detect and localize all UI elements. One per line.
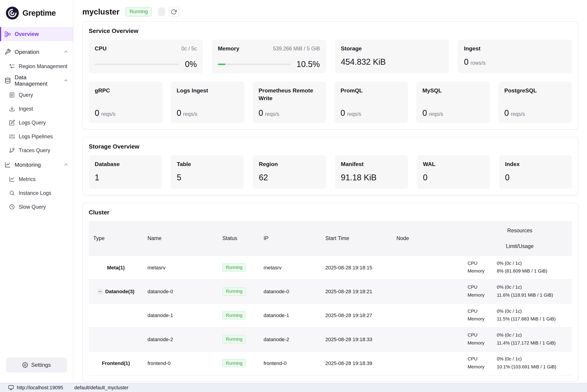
memory-usage: 11.6% (118.91 MiB / 1 GiB) [497,292,572,299]
memory-usage: 10.1% (103.691 MiB / 1 GiB) [497,363,572,371]
rate-value: 0 [258,108,263,118]
column-header-node: Node [392,221,463,255]
status-bar-url: http://localhost:19095 [17,385,63,391]
resource-label: Memory [468,292,497,299]
collapse-toggle[interactable] [97,288,103,294]
sidebar-group-operation[interactable]: Operation [0,44,73,59]
status-badge: Running [126,7,152,16]
rate-label: gRPC [95,86,156,94]
limit-usage-header: Limit/Usage [468,238,572,254]
rate-unit: reqs/s [429,111,443,117]
status-badge: Running [222,335,246,343]
service-overview-card: Service Overview CPU 0c / 5c 0% [82,21,578,130]
node-name: frontend-0 [143,351,218,375]
sidebar-item-label: Region Management [19,63,67,69]
index-stat-tile: Index 0 [499,155,572,189]
rate-value: 0 [504,108,509,118]
sidebar-group-data-management[interactable]: Data Management [0,73,73,88]
table-row-datanode-2: datanode-2 Running datanode-2 2025-08-28… [89,327,572,351]
rate-unit: reqs/s [347,111,361,117]
rate-value: 0 [341,108,345,118]
memory-usage: 11.5% (117.883 MiB / 1 GiB) [497,315,572,323]
cpu-usage: 0% (0c / 1c) [497,284,572,292]
node-node [392,279,463,303]
node-node [392,256,463,279]
rate-label: Prometheus Remote Write [258,86,320,102]
postgresql-rate-tile: PostgreSQL 0reqs/s [498,82,572,123]
resource-label: Memory [468,363,497,371]
sidebar-item-ingest[interactable]: Ingest [0,102,73,116]
rate-label: PostgreSQL [504,86,566,94]
node-start-time: 2025-08-28 19:18:27 [321,303,392,327]
sidebar-item-query[interactable]: Query [0,88,73,102]
sidebar-item-region-management[interactable]: Region Management [0,59,73,73]
node-ip: frontend-0 [259,351,321,375]
node-type: Meta(1) [89,264,143,270]
database-icon [5,77,11,84]
resource-label: Memory [468,267,497,275]
sidebar-item-metrics[interactable]: Metrics [0,172,73,186]
stat-label: Table [177,161,191,167]
node-node [392,303,463,327]
sidebar-item-overview[interactable]: Overview [0,27,73,41]
mysql-rate-tile: MySQL 0reqs/s [417,82,490,123]
settings-button[interactable]: Settings [6,358,67,372]
metrics-icon [9,176,15,182]
node-ip: datanode-2 [259,327,321,351]
node-ip: metasrv [259,256,321,279]
table-stat-tile: Table 5 [171,155,244,189]
table-row-frontend: Frontend(1) frontend-0 Running frontend-… [89,351,572,375]
cpu-usage: 0% (0c / 1c) [497,355,572,363]
rate-value: 0 [422,108,427,118]
monitor-icon [8,385,14,391]
stat-value: 0 [423,173,484,182]
main-content: mycluster Running Service Overview CPU 0… [73,0,587,383]
stat-value: 62 [259,173,320,182]
rate-label: PromQL [341,86,402,94]
stat-label: Region [259,161,278,167]
node-name: datanode-2 [143,327,218,351]
status-bar: http://localhost:19095 default/default_m… [0,383,587,392]
sidebar-item-logs-query[interactable]: Logs Query [0,116,73,130]
column-header-start-time: Start Time [321,221,392,255]
resource-label: CPU [468,260,497,268]
rate-value: 0 [95,108,99,118]
cpu-usage: 0% (0c / 1c) [497,260,572,268]
sidebar-item-slow-query[interactable]: Slow Query [0,200,73,214]
brand: Greptime [0,0,73,27]
traces-query-icon [9,147,15,153]
manifest-stat-tile: Manifest 91.18 KiB [335,155,408,189]
sidebar-item-instance-logs[interactable]: Instance Logs [0,186,73,200]
node-name: datanode-0 [143,279,218,303]
sidebar-item-traces-query[interactable]: Traces Query [0,143,73,157]
sidebar-group-label: Monitoring [15,162,41,168]
node-start-time: 2025-08-28 19:18:15 [321,256,392,279]
region-management-icon [9,63,15,69]
stat-label: WAL [423,161,435,167]
node-name: metasrv [143,256,218,279]
stat-value: 0 [505,173,566,182]
status-badge: Running [222,359,246,367]
sidebar-group-label: Operation [15,48,39,55]
stat-label: Database [95,161,120,167]
search-icon [9,190,15,196]
region-stat-tile: Region 62 [253,155,326,189]
storage-value: 454.832 KiB [341,57,443,67]
sidebar-item-label: Metrics [19,176,36,182]
stat-detail: 539.266 MiB / 5 GiB [273,46,320,52]
cpu-progress-bar [95,64,179,65]
sidebar-item-label: Slow Query [19,204,46,210]
gauge-icon [9,204,15,210]
greptime-logo-icon [5,6,20,20]
page-header: mycluster Running [82,0,578,21]
section-title: Storage Overview [89,143,572,150]
cluster-table: Type Name Status IP Start Time Node Reso… [89,221,572,375]
sidebar-item-label: Query [19,92,33,98]
node-type: Datanode(3) [105,288,134,294]
quick-action-button[interactable] [158,8,165,16]
node-start-time: 2025-08-28 19:18:21 [321,279,392,303]
refresh-button[interactable] [169,7,179,17]
column-header-ip: IP [259,221,321,255]
sidebar-item-logs-pipelines[interactable]: Logs Pipelines [0,130,73,143]
sidebar-group-monitoring[interactable]: Monitoring [0,157,73,172]
